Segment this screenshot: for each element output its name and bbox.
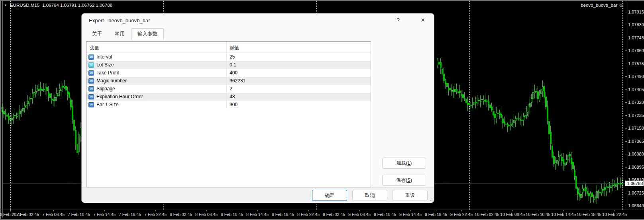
candle-body [510,124,511,126]
cancel-button[interactable]: 取消 [352,190,387,201]
candle-body [440,62,441,68]
reset-button[interactable]: 重设 [393,190,428,201]
chevron-down-icon[interactable]: ▼ [4,4,7,7]
ea-enabled-smiley-icon: ☺ [618,3,623,8]
price-axis-tick [625,141,627,142]
candle-body [75,130,76,144]
candle-body [469,103,470,104]
time-axis-tick [538,210,538,211]
symbol-ohlc-line: ▼ EURUSD,M15 1.06764 1.06791 1.06762 1.0… [4,3,112,8]
candle-body [457,92,459,93]
candle-body [10,119,11,119]
candle-body [13,117,14,118]
double-type-icon: ½ [88,62,94,68]
candle-body [30,98,31,99]
time-axis-label: 8 Feb 02:45 [170,212,192,217]
table-row[interactable]: 123Slippage2 [86,85,371,93]
candle-body [502,119,503,123]
candle-body [590,194,591,197]
candle-body [448,88,449,90]
table-rows: 123Interval25½Lot Size0.1123Take Profit4… [86,53,371,109]
candle-body [478,100,479,101]
table-row[interactable]: ½Lot Size0.1 [86,61,371,69]
help-button[interactable]: ? [390,14,406,27]
table-row[interactable]: 123Magic number962231 [86,77,371,85]
time-axis-label: 10 Feb 18:45 [577,212,601,217]
integer-type-icon: 123 [88,102,94,107]
parameters-table: 变量 赋值 123Interval25½Lot Size0.1123Take P… [86,41,371,187]
candle-body [491,107,492,110]
candle-body [77,144,78,153]
ea-name-text: beovb_buovb_bar [581,3,617,8]
table-row[interactable]: 123Take Profit400 [86,69,371,77]
candle-body [518,118,519,118]
candle-body [24,106,25,108]
price-axis-label: 1.07405 [628,87,644,92]
parameter-value-cell[interactable]: 48 [226,93,371,101]
candle-body [542,87,543,91]
tab-about[interactable]: 关于 [86,28,108,40]
time-axis-tick [308,210,309,211]
dialog-titlebar[interactable]: Expert - beovb_buovb_bar ? ✕ [82,14,434,27]
candle-body [470,106,471,106]
load-button[interactable]: 加载(L) [382,158,426,169]
candle-body [27,101,28,104]
table-row[interactable]: 123Interval25 [86,53,371,61]
parameter-value-cell[interactable]: 962231 [226,77,371,85]
parameter-value-cell[interactable]: 2 [226,85,371,93]
candle-body [611,185,612,187]
candle-body [472,104,473,104]
candle-body [494,114,495,118]
candle-body [453,90,454,92]
table-row[interactable]: 123Bar 1 Size900 [86,101,371,109]
time-axis-label: 9 Feb 14:45 [399,212,422,217]
candle-body [80,128,81,137]
close-button[interactable]: ✕ [415,14,431,27]
candle-body [65,86,67,90]
integer-type-icon: 123 [88,86,94,92]
parameter-value-cell[interactable]: 900 [226,101,371,109]
tab-common[interactable]: 常用 [108,28,131,40]
time-axis-tick [410,210,411,211]
price-axis-tick [625,206,627,206]
candle-body [614,184,615,185]
time-axis-label: 8 Feb 18:45 [272,212,294,217]
price-axis-label: 1.07830 [628,22,644,27]
parameter-value-cell[interactable]: 0.1 [226,61,371,69]
price-axis-tick [625,128,627,128]
resize-grip[interactable] [429,197,432,201]
time-axis-tick [206,210,207,211]
ok-button[interactable]: 确定 [312,190,347,201]
candle-body [454,90,456,92]
price-axis-label: 1.06980 [628,152,644,156]
candle-body [480,101,481,102]
candle-body [475,102,476,103]
candle-body [22,109,24,111]
parameter-value-cell[interactable]: 400 [226,69,371,77]
candle-body [78,135,79,152]
integer-type-icon: 123 [88,78,94,84]
save-button[interactable]: 保存(S) [382,175,426,186]
tab-inputs[interactable]: 输入参数 [131,28,164,40]
time-axis-tick [53,210,54,211]
candle-body [587,191,588,193]
time-axis-label: 9 Feb 22:45 [450,212,473,217]
candle-body [56,94,57,97]
candle-body [550,132,551,144]
candle-body [598,192,599,193]
table-row[interactable]: 123Expiration Hour Order48 [86,93,371,101]
candle-body [601,189,602,193]
parameter-name-cell: 123Expiration Hour Order [86,93,226,101]
candle-body [583,189,585,191]
candle-body [488,101,489,105]
parameter-value-cell[interactable]: 25 [226,53,371,61]
candle-body [35,92,36,93]
candle-body [29,99,30,103]
candle-body [609,187,610,188]
candle-body [513,120,514,123]
candle-body [537,92,538,99]
time-axis-tick [79,210,79,211]
bid-price-marker: 1.06788 [625,181,644,186]
candle-body [617,183,618,184]
candle-body [528,106,529,111]
